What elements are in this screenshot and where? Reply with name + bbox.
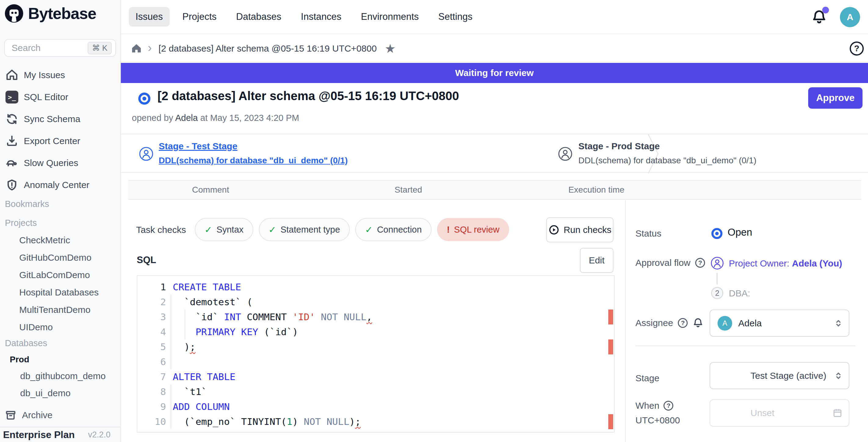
- sidebar-item-label: Slow Queries: [24, 158, 78, 168]
- assignee-value: Adela: [738, 318, 834, 328]
- stage-task-prod[interactable]: DDL(schema) for database "db_ui_demo" (0…: [578, 156, 756, 165]
- sql-editor[interactable]: 1CREATE TABLE2 `demotest` (3 `id` INT CO…: [137, 275, 615, 433]
- sidebar-item-export-center[interactable]: Export Center: [0, 130, 120, 152]
- help-icon[interactable]: ?: [695, 258, 705, 268]
- environment-label: Prod: [10, 355, 29, 365]
- help-icon[interactable]: ?: [850, 41, 864, 56]
- code-lines: 1CREATE TABLE2 `demotest` (3 `id` INT CO…: [137, 280, 614, 429]
- bookmarks-section-header: Bookmarks: [0, 199, 120, 209]
- databases-section-header: Databases: [0, 338, 120, 348]
- sidebar-item-label: Export Center: [24, 136, 80, 146]
- sidebar-database-item[interactable]: db_githubcom_demo: [0, 368, 120, 385]
- logo[interactable]: Bytebase: [4, 4, 96, 23]
- star-icon[interactable]: ★: [384, 41, 396, 56]
- sidebar-database-item[interactable]: db_ui_demo: [0, 385, 120, 402]
- sidebar-project-item[interactable]: CheckMetric: [0, 231, 120, 249]
- avatar[interactable]: A: [840, 7, 860, 27]
- approval-flow-label-row: Approval flow ?: [636, 258, 705, 268]
- stage-task-link-test[interactable]: DDL(schema) for database "db_ui_demo" (0…: [159, 156, 348, 165]
- search-input[interactable]: Search ⌘ K: [4, 39, 116, 57]
- code-line: 8 `t1`: [137, 384, 614, 399]
- nav-item-databases[interactable]: Databases: [229, 7, 288, 27]
- issue-meta: opened by Adela at May 15, 2023 4:20 PM: [132, 113, 299, 123]
- sidebar-item-sync-schema[interactable]: Sync Schema: [0, 108, 120, 130]
- line-number: 2: [137, 294, 166, 310]
- check-pill-sql-review[interactable]: !SQL review: [437, 218, 509, 241]
- code-text: `demotest` (: [166, 294, 252, 310]
- top-bar: IssuesProjectsDatabasesInstancesEnvironm…: [121, 0, 868, 34]
- approval-step-2-role: DBA:: [729, 288, 750, 298]
- nav-item-environments[interactable]: Environments: [354, 7, 426, 27]
- bell-icon[interactable]: [692, 317, 704, 328]
- approve-button[interactable]: Approve: [808, 87, 863, 109]
- user-circle-icon: [558, 147, 572, 161]
- stage-label-prod[interactable]: Stage - Prod Stage: [578, 141, 660, 151]
- when-datetime-input[interactable]: Unset: [710, 399, 849, 427]
- code-line: 3 `id` INT COMMENT 'ID' NOT NULL,: [137, 310, 614, 324]
- nav-item-issues[interactable]: Issues: [129, 7, 170, 27]
- code-line: 10 (`emp_no` TINYINT(1) NOT NULL);: [137, 414, 614, 429]
- logo-text: Bytebase: [28, 4, 96, 23]
- issue-author: Adela: [175, 113, 198, 123]
- sidebar-project-item[interactable]: MultiTenantDemo: [0, 301, 120, 318]
- sidebar-project-item[interactable]: UIDemo: [0, 318, 120, 336]
- stage-select[interactable]: Test Stage (active): [710, 362, 849, 389]
- projects-list: CheckMetricGitHubComDemoGitLabComDemoHos…: [0, 231, 120, 336]
- sidebar-project-item[interactable]: Hospital Databases: [0, 284, 120, 301]
- when-timezone: UTC+0800: [636, 415, 680, 425]
- status-banner: Waiting for review: [121, 63, 868, 83]
- top-right-actions: A: [811, 0, 860, 34]
- help-icon[interactable]: ?: [663, 401, 673, 411]
- version-label: v2.2.0: [88, 430, 111, 440]
- chevron-up-down-icon: [834, 371, 843, 381]
- sidebar-item-label: Anomaly Center: [24, 180, 89, 190]
- search-placeholder: Search: [11, 43, 88, 53]
- approval-step-1[interactable]: Project Owner: Adela (You): [729, 258, 842, 269]
- help-icon[interactable]: ?: [678, 318, 688, 328]
- nav-item-projects[interactable]: Projects: [176, 7, 223, 27]
- panel-divider-horizontal: [636, 346, 855, 346]
- sidebar-item-archive[interactable]: Archive: [0, 406, 120, 424]
- code-text: [166, 354, 173, 369]
- approval-flow-label: Approval flow: [636, 258, 690, 268]
- code-text: CREATE TABLE: [166, 280, 241, 294]
- notifications-button[interactable]: [811, 9, 827, 25]
- user-circle-icon: [711, 256, 724, 270]
- run-checks-button[interactable]: Run checks: [546, 217, 614, 242]
- code-text: PRIMARY KEY (`id`): [166, 324, 298, 340]
- stage-link-test[interactable]: Stage - Test Stage: [159, 141, 238, 151]
- code-text: `id` INT COMMENT 'ID' NOT NULL,: [166, 310, 372, 324]
- line-number: 7: [137, 369, 166, 384]
- error-ruler-mark: [608, 310, 613, 324]
- sidebar-item-sql-editor[interactable]: >_ SQL Editor: [0, 86, 120, 108]
- nav-item-instances[interactable]: Instances: [294, 7, 348, 27]
- check-pill-connection[interactable]: ✓Connection: [355, 218, 432, 241]
- edit-sql-button[interactable]: Edit: [580, 248, 614, 273]
- sidebar-item-label: My Issues: [24, 70, 65, 80]
- notification-dot: [822, 7, 829, 13]
- check-pill-statement-type[interactable]: ✓Statement type: [259, 218, 350, 241]
- breadcrumb-title[interactable]: [2 databases] Alter schema @05-15 16:19 …: [158, 43, 377, 54]
- home-icon[interactable]: [131, 43, 142, 54]
- sidebar-item-slow-queries[interactable]: Slow Queries: [0, 152, 120, 174]
- code-line: 4 PRIMARY KEY (`id`): [137, 324, 614, 340]
- line-number: 1: [137, 280, 166, 294]
- sidebar-item-anomaly-center[interactable]: Anomaly Center: [0, 174, 120, 196]
- line-number: 3: [137, 310, 166, 324]
- code-line: 2 `demotest` (: [137, 294, 614, 310]
- nav-item-settings[interactable]: Settings: [432, 7, 479, 27]
- stage-label: Stage: [636, 373, 659, 383]
- sidebar-project-item[interactable]: GitLabComDemo: [0, 266, 120, 284]
- breadcrumb-separator: ›: [148, 41, 152, 55]
- assignee-select[interactable]: A Adela: [710, 310, 849, 337]
- check-pill-syntax[interactable]: ✓Syntax: [195, 218, 253, 241]
- plan-label[interactable]: Enterprise Plan: [3, 429, 75, 440]
- task-checks-row: ✓Syntax✓Statement type✓Connection!SQL re…: [195, 218, 509, 241]
- when-label-row: When ?: [636, 401, 673, 411]
- table-column-header: Started: [293, 185, 524, 195]
- status-value: Open: [727, 226, 752, 238]
- sidebar-project-item[interactable]: GitHubComDemo: [0, 249, 120, 266]
- sidebar-item-my-issues[interactable]: My Issues: [0, 64, 120, 86]
- line-number: 6: [137, 354, 166, 369]
- sql-section-label: SQL: [137, 255, 156, 265]
